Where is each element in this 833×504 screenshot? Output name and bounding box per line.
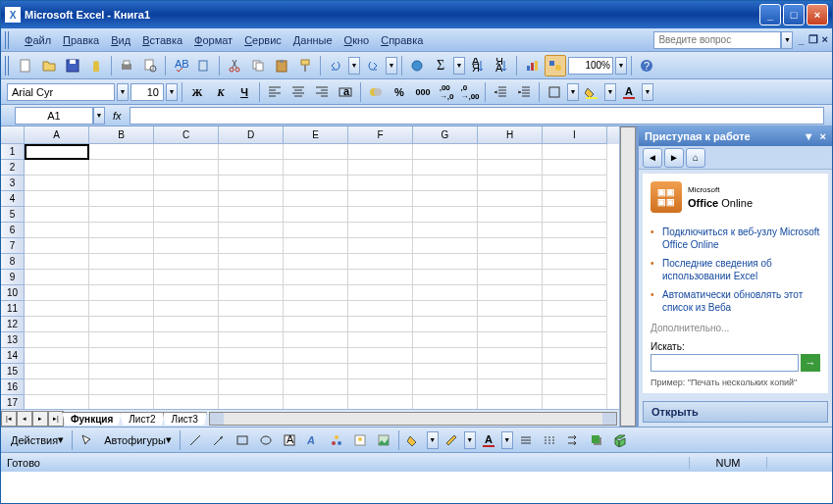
3d-button[interactable] [609,431,631,449]
cell-D10[interactable] [219,285,284,301]
row-header-4[interactable]: 4 [1,191,25,207]
cell-H10[interactable] [478,285,543,301]
italic-button[interactable]: К [210,82,232,102]
select-all-corner[interactable] [1,126,25,144]
hyperlink-button[interactable] [406,55,428,76]
task-more-link[interactable]: Дополнительно... [651,323,820,333]
row-header-13[interactable]: 13 [1,332,25,348]
cell-I8[interactable] [543,254,607,270]
increase-decimal-button[interactable]: ,00→,0 [436,82,457,102]
cell-B10[interactable] [89,285,154,301]
draw-actions-menu[interactable]: Действия ▾ [7,431,68,448]
column-header-G[interactable]: G [413,126,478,144]
cell-F5[interactable] [348,207,413,223]
cell-I11[interactable] [543,301,607,317]
font-color-draw-button[interactable]: A [478,431,499,449]
cell-E11[interactable] [284,301,348,317]
cell-G8[interactable] [413,254,478,270]
cell-H1[interactable] [478,144,543,160]
cell-A6[interactable] [25,223,89,238]
task-pane-close[interactable]: × [820,130,826,142]
task-pane-dropdown[interactable]: ▼ [804,130,814,142]
cell-H14[interactable] [478,348,543,364]
maximize-button[interactable]: □ [783,4,805,25]
zoom-dropdown[interactable]: ▼ [615,57,627,75]
cell-I5[interactable] [543,207,607,223]
cell-B6[interactable] [89,223,154,238]
open-button[interactable] [38,55,60,76]
cell-G5[interactable] [413,207,478,223]
row-header-16[interactable]: 16 [1,379,25,395]
cell-C12[interactable] [154,317,219,332]
research-button[interactable] [193,55,215,76]
redo-dropdown[interactable]: ▼ [386,57,397,75]
cell-D4[interactable] [219,191,284,207]
cell-A17[interactable] [25,395,89,409]
align-right-button[interactable] [311,82,333,102]
cell-F2[interactable] [348,160,413,176]
borders-button[interactable] [544,82,565,102]
cell-F3[interactable] [348,176,413,191]
cell-H8[interactable] [478,254,543,270]
menu-вид[interactable]: Вид [105,31,136,49]
minimize-button[interactable]: _ [759,4,781,25]
zoom-input[interactable] [568,57,613,75]
cell-I12[interactable] [543,317,607,332]
cell-B15[interactable] [89,364,154,379]
name-box[interactable] [15,107,93,125]
new-button[interactable] [15,55,36,76]
grip-handle[interactable] [5,31,11,49]
cell-A9[interactable] [25,270,89,285]
fill-color-dropdown[interactable]: ▼ [604,83,616,101]
cell-C4[interactable] [154,191,219,207]
help-dropdown[interactable]: ▼ [781,31,793,49]
cell-I6[interactable] [543,223,607,238]
row-header-9[interactable]: 9 [1,270,25,285]
oval-button[interactable] [255,431,277,449]
textbox-button[interactable]: A [279,431,300,449]
cell-I3[interactable] [543,176,607,191]
wordart-button[interactable]: A [302,431,324,449]
cell-D16[interactable] [219,379,284,395]
cell-C2[interactable] [154,160,219,176]
bold-button[interactable]: Ж [186,82,208,102]
cell-H3[interactable] [478,176,543,191]
cell-H6[interactable] [478,223,543,238]
help-button[interactable]: ? [636,55,657,76]
cell-G15[interactable] [413,364,478,379]
cell-I14[interactable] [543,348,607,364]
cell-B4[interactable] [89,191,154,207]
shadow-button[interactable] [586,431,607,449]
cell-D3[interactable] [219,176,284,191]
tab-next-button[interactable]: ▸ [32,411,48,427]
cell-F12[interactable] [348,317,413,332]
cell-H2[interactable] [478,160,543,176]
cell-C15[interactable] [154,364,219,379]
cell-B9[interactable] [89,270,154,285]
cell-A14[interactable] [25,348,89,364]
horizontal-scrollbar[interactable] [209,412,617,426]
row-header-2[interactable]: 2 [1,160,25,176]
cell-F10[interactable] [348,285,413,301]
cut-button[interactable] [224,55,245,76]
currency-button[interactable] [365,82,387,102]
cell-H17[interactable] [478,395,543,409]
cell-A3[interactable] [25,176,89,191]
row-header-12[interactable]: 12 [1,317,25,332]
row-header-1[interactable]: 1 [1,144,25,160]
line-color-button[interactable] [441,431,462,449]
cell-E7[interactable] [284,238,348,254]
line-button[interactable] [184,431,206,449]
redo-button[interactable] [362,55,384,76]
cell-E10[interactable] [284,285,348,301]
task-link-0[interactable]: Подключиться к веб-узлу Microsoft Office… [651,223,820,254]
autosum-dropdown[interactable]: ▼ [453,57,465,75]
cell-G3[interactable] [413,176,478,191]
cell-E16[interactable] [284,379,348,395]
cell-H15[interactable] [478,364,543,379]
paste-button[interactable] [271,55,292,76]
cell-A4[interactable] [25,191,89,207]
column-header-A[interactable]: A [25,126,89,144]
cell-I13[interactable] [543,332,607,348]
cell-H7[interactable] [478,238,543,254]
